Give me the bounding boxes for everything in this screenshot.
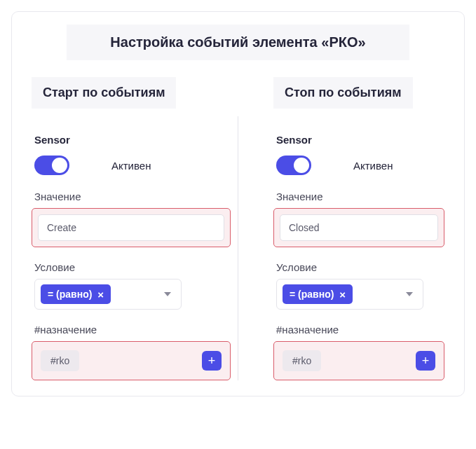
active-toggle-start[interactable] [34, 156, 69, 175]
add-tag-button-stop[interactable]: + [416, 351, 435, 371]
value-label-start: Значение [34, 191, 231, 202]
purpose-label-stop: #назначение [276, 324, 444, 336]
tag-pill-start[interactable]: #rko [41, 350, 79, 371]
condition-chip-text-start: = (равно) [48, 289, 92, 300]
page-title: Настройка событий элемента «РКО» [67, 25, 409, 60]
tag-box-stop: #rko + [273, 341, 444, 380]
toggle-row-start: Активен [34, 156, 231, 175]
sensor-label-start: Sensor [34, 134, 231, 146]
condition-label-start: Условие [34, 261, 231, 273]
condition-label-stop: Условие [276, 261, 444, 273]
chip-close-icon-start[interactable]: × [97, 289, 104, 300]
stop-heading: Стоп по событиям [273, 77, 413, 109]
tag-pill-stop[interactable]: #rko [283, 350, 321, 371]
sensor-label-stop: Sensor [276, 134, 444, 146]
stop-column: Стоп по событиям Sensor Активен Значение… [238, 77, 451, 380]
condition-select-start[interactable]: = (равно) × [34, 279, 182, 310]
settings-card: Настройка событий элемента «РКО» Старт п… [11, 11, 465, 396]
active-text-stop: Активен [353, 160, 393, 172]
value-label-stop: Значение [276, 191, 444, 202]
condition-chip-stop: = (равно) × [283, 284, 353, 304]
active-toggle-stop[interactable] [276, 156, 311, 175]
condition-chip-start: = (равно) × [41, 284, 111, 304]
value-box-start [32, 208, 231, 247]
chevron-down-icon-stop[interactable] [406, 292, 413, 296]
chevron-down-icon-start[interactable] [164, 292, 171, 296]
value-input-start[interactable] [38, 214, 224, 241]
add-tag-button-start[interactable]: + [202, 351, 222, 371]
condition-chip-text-stop: = (равно) [290, 289, 334, 300]
condition-select-stop[interactable]: = (равно) × [276, 279, 423, 310]
toggle-knob-icon [294, 158, 309, 173]
purpose-label-start: #назначение [34, 324, 231, 336]
toggle-knob-icon [52, 158, 67, 173]
value-box-stop [273, 208, 444, 247]
active-text-start: Активен [111, 160, 151, 172]
chip-close-icon-stop[interactable]: × [339, 289, 346, 300]
start-column: Старт по событиям Sensor Активен Значени… [25, 77, 238, 380]
value-input-stop[interactable] [280, 214, 438, 241]
tag-box-start: #rko + [32, 341, 231, 380]
start-heading: Старт по событиям [32, 77, 176, 109]
toggle-row-stop: Активен [276, 156, 444, 175]
columns-container: Старт по событиям Sensor Активен Значени… [25, 77, 451, 380]
